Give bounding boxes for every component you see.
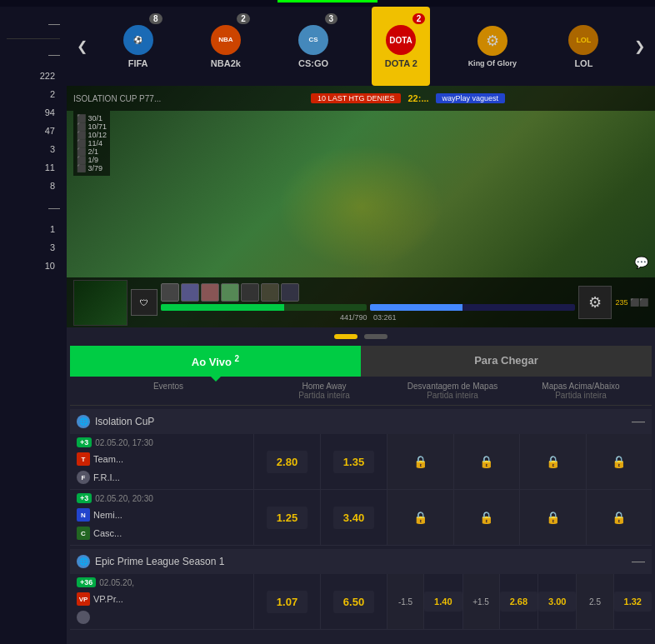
mana-fill	[370, 304, 462, 311]
tab-lol[interactable]: LOL LOL	[554, 7, 612, 86]
tab-fifa-label: FIFA	[128, 58, 148, 68]
globe-icon-2: 🌐	[77, 555, 90, 568]
odds-m1-5: -1.5	[387, 574, 423, 629]
tab-para-chegar[interactable]: Para Chegar	[361, 346, 652, 377]
tournament-epic-prime-title: 🌐 Epic Prime League Season 1	[77, 555, 224, 568]
sidebar-collapse-1[interactable]: —	[0, 13, 67, 33]
lock-icon-2c: 🔒	[546, 511, 560, 524]
odds-btn-2-68[interactable]: 2.68	[500, 592, 538, 612]
hp-fill	[161, 304, 284, 311]
match-plus-1: +3	[77, 437, 92, 447]
tab-fifa-icon: ⚽	[123, 25, 153, 55]
odds-cell-3-away: 6.50	[320, 574, 387, 629]
odds-cell-2-home: 1.25	[253, 490, 320, 545]
carousel-dot-2[interactable]	[364, 334, 388, 339]
carousel-dot-1[interactable]	[334, 334, 358, 339]
game-visual-center	[278, 144, 444, 269]
odds-btn-3-00[interactable]: 3.00	[538, 592, 576, 612]
col-home-away: Home Away Partida inteira	[260, 382, 388, 400]
hud-center: 441/790 03:261	[161, 283, 575, 322]
tournament-epic-prime-header[interactable]: 🌐 Epic Prime League Season 1 —	[70, 549, 652, 574]
col-desvantagem: Desvantagem de Mapas Partida inteira	[388, 382, 517, 400]
sidebar-collapse-3[interactable]: —	[0, 197, 67, 217]
odds-btn-1-32[interactable]: 1.32	[614, 592, 652, 612]
match-row-1: +3 02.05.20, 17:30 T Team... F F.R.I...	[70, 434, 652, 490]
right-hud-stats: 235 ⬛⬛	[615, 298, 648, 307]
tab-csgo-count: 3	[325, 13, 338, 24]
tournament-isolation-cup-title: 🌐 Isolation CuP	[77, 415, 154, 428]
tab-fifa[interactable]: 8 ⚽ FIFA	[109, 7, 168, 86]
odds-2-5: 2.5	[576, 574, 612, 629]
team-logo-2b: C	[77, 527, 90, 540]
game-video: ISOLATION CUP P77... 10 LAST HTG DENIES …	[67, 86, 655, 327]
sidebar-item-2[interactable]: 2	[7, 86, 60, 102]
tab-nba2k[interactable]: 2 NBA NBA2k	[197, 7, 255, 86]
odds-cell-1-away: 1.35	[320, 434, 387, 489]
right-hud-icon: ⚙	[578, 286, 612, 319]
item-2	[261, 283, 279, 302]
tab-arrow-right[interactable]: ❯	[628, 32, 652, 61]
tab-dota2[interactable]: 2 DOTA DOTA 2	[372, 7, 430, 86]
extra-odds-3: -1.5 1.40 +1.5 2.68 3.00	[387, 574, 652, 629]
item-3	[281, 283, 299, 302]
sidebar-collapse-2[interactable]: —	[0, 44, 67, 64]
hp-mana-bars	[161, 304, 575, 311]
tab-csgo-icon: CS	[298, 25, 328, 55]
sidebar-item-8[interactable]: 1	[7, 221, 60, 237]
tournament-epic-prime-name: Epic Prime League Season 1	[95, 556, 224, 567]
sidebar-item-9[interactable]: 3	[7, 239, 60, 256]
tab-lol-label: LOL	[574, 58, 592, 68]
team-row-3a: VP VP.Pr...	[77, 591, 247, 607]
odds-1-40: 1.40	[423, 574, 462, 629]
tab-nba2k-count: 2	[237, 13, 250, 24]
game-title-overlay: ISOLATION CUP P77...	[73, 94, 161, 103]
chat-button[interactable]: 💬	[634, 256, 648, 269]
lock-2a: 🔒	[387, 490, 453, 545]
odds-btn-2-away[interactable]: 3.40	[333, 507, 374, 529]
tab-kog-label: King Of Glory	[468, 59, 518, 67]
tab-ao-vivo[interactable]: Ao Vivo 2	[70, 346, 361, 377]
odds-btn-3-home[interactable]: 1.07	[267, 591, 308, 613]
sidebar-item-10[interactable]: 10	[7, 257, 60, 274]
odds-p1-5-val: +1.5	[472, 597, 489, 607]
team-row-2b: C Casc...	[77, 525, 247, 542]
lock-1b: 🔒	[453, 434, 520, 489]
odds-btn-3-away[interactable]: 6.50	[333, 591, 374, 613]
odds-btn-1-away[interactable]: 1.35	[333, 451, 374, 473]
lock-icon-1d: 🔒	[612, 455, 626, 468]
sidebar-item-7[interactable]: 8	[7, 177, 60, 194]
tournament-isolation-cup-collapse[interactable]: —	[632, 414, 645, 429]
tab-para-chegar-label: Para Chegar	[474, 354, 538, 367]
sidebar-item-4[interactable]: 47	[7, 122, 60, 139]
sidebar-item-5[interactable]: 3	[7, 141, 60, 157]
video-area: ISOLATION CUP P77... 10 LAST HTG DENIES …	[67, 86, 655, 327]
team2-score: wayPlay vaguest	[436, 93, 506, 103]
tournament-epic-prime-collapse[interactable]: —	[632, 554, 645, 569]
tab-fifa-count: 8	[149, 13, 162, 24]
team-row-2a: N Nemi...	[77, 507, 247, 523]
game-tabs-bar: ❮ 8 ⚽ FIFA 2 NBA NBA2k 3	[67, 7, 655, 86]
sidebar-item-3[interactable]: 94	[7, 104, 60, 121]
accent-bar	[278, 0, 378, 2]
globe-icon-1: 🌐	[77, 415, 90, 428]
minimap	[73, 280, 128, 326]
odds-btn-1-home[interactable]: 2.80	[267, 451, 308, 473]
left-stats: ⬛ 30/1 ⬛ 10/71 ⬛ 10/12 ⬛ 11/4 ⬛ 2/1 ⬛ 1/…	[73, 111, 110, 176]
odds-btn-2-home[interactable]: 1.25	[267, 507, 308, 529]
odds-cell-2-away: 3.40	[320, 490, 387, 545]
match-time-2: 02.05.20, 20:30	[95, 494, 153, 503]
team-name-1b: F.R.I...	[93, 472, 120, 482]
ability-3	[201, 283, 219, 302]
tournament-isolation-cup-header[interactable]: 🌐 Isolation CuP —	[70, 409, 652, 434]
sidebar-item-6[interactable]: 11	[7, 159, 60, 176]
video-hud-top: ISOLATION CUP P77... 10 LAST HTG DENIES …	[67, 86, 655, 111]
game-timer: 22:...	[408, 93, 428, 103]
tab-csgo[interactable]: 3 CS CS:GO	[284, 7, 342, 86]
tab-arrow-left[interactable]: ❮	[70, 32, 94, 61]
tab-kog[interactable]: ⚙ King Of Glory	[460, 7, 526, 86]
team-logo-2a: N	[77, 508, 90, 522]
sidebar-item-1[interactable]: 222	[7, 67, 60, 84]
lock-icon-1b: 🔒	[479, 455, 493, 468]
odds-btn-1-40[interactable]: 1.40	[424, 592, 462, 612]
tab-nba2k-label: NBA2k	[211, 58, 241, 68]
